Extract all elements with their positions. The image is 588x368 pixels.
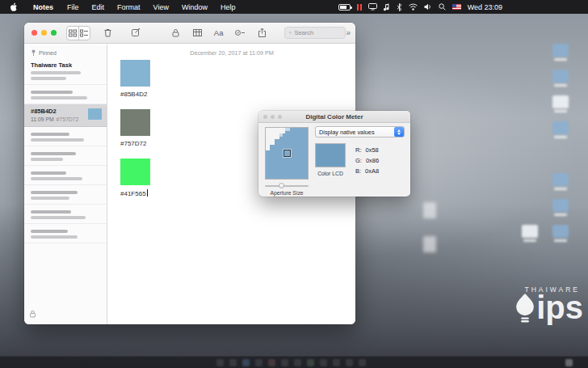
color-swatch-label: #85B4D2 (120, 91, 355, 98)
redacted-note-title (31, 133, 69, 136)
redacted-note-preview (31, 138, 84, 142)
menubar-clock[interactable]: Wed 23:09 (468, 3, 502, 11)
minimize-button[interactable] (41, 30, 47, 36)
gallery-view-button[interactable] (67, 27, 78, 40)
color-swatch-green (120, 159, 150, 185)
redacted-note-preview (31, 177, 82, 180)
text-cursor (147, 189, 148, 197)
menu-edit[interactable]: Edit (86, 3, 111, 11)
desktop-file-icon[interactable] (552, 95, 569, 108)
note-date: December 20, 2017 at 11:09 PM (108, 49, 355, 57)
input-language-flag-icon[interactable] (452, 4, 461, 10)
slider-knob[interactable] (279, 183, 284, 188)
volume-icon[interactable] (424, 3, 432, 11)
format-button[interactable]: Aa (208, 26, 229, 40)
channel-g-value: 0x86 (366, 157, 379, 164)
delete-note-button[interactable] (97, 26, 119, 40)
music-icon[interactable] (384, 3, 390, 11)
pinned-section-header: Pinned (24, 44, 107, 58)
dock-app-icon[interactable] (333, 359, 340, 366)
desktop-file-icon[interactable] (552, 44, 569, 57)
dock-app-icon[interactable] (268, 359, 275, 366)
menu-view[interactable]: View (147, 3, 175, 11)
desktop-document-icon[interactable] (423, 202, 436, 218)
channel-r-label: R: (355, 146, 362, 154)
lock-note-button[interactable] (165, 26, 187, 40)
desktop-file-icon[interactable] (552, 121, 569, 134)
new-note-button[interactable] (125, 26, 147, 40)
dock (0, 356, 588, 368)
redacted-note-preview (31, 77, 66, 80)
search-input[interactable] (294, 29, 341, 36)
dock-app-icon[interactable] (320, 359, 327, 366)
share-button[interactable] (251, 26, 273, 40)
wifi-icon[interactable] (409, 3, 418, 11)
dock-app-icon[interactable] (255, 359, 262, 366)
dock-app-icon[interactable] (229, 359, 237, 366)
note-thumbnail (88, 108, 102, 120)
desktop-file-icon[interactable] (552, 70, 569, 82)
rgb-values: R:0x58 G:0x86 B:0xA8 (355, 145, 379, 176)
menu-notes[interactable]: Notes (26, 3, 61, 11)
list-view-button[interactable] (78, 27, 90, 40)
spotlight-search-icon[interactable] (439, 3, 446, 11)
note-title: Thaiware Task (31, 61, 100, 69)
menu-help[interactable]: Help (214, 3, 242, 11)
desktop-file-icon[interactable] (522, 225, 538, 238)
table-button[interactable] (187, 26, 208, 40)
menu-file[interactable]: File (61, 3, 86, 11)
note-list-item[interactable] (24, 205, 107, 224)
note-list-item-selected[interactable]: #85B4D2 11:09 PM#757D72 (24, 104, 107, 127)
desktop-file-icon[interactable] (552, 173, 569, 186)
aperture-size-label: Aperture Size (258, 190, 315, 196)
dock-app-icon[interactable] (346, 359, 353, 366)
redacted-note-title (31, 152, 76, 155)
dock-app-icon[interactable] (307, 359, 314, 366)
bluetooth-icon[interactable] (397, 3, 402, 11)
redacted-note-preview (31, 158, 63, 161)
note-list-item[interactable] (24, 85, 107, 104)
checklist-button[interactable] (229, 26, 251, 40)
menu-window[interactable]: Window (175, 3, 214, 11)
dcm-titlebar[interactable]: Digital Color Meter (258, 111, 410, 123)
aperture-size-slider[interactable] (265, 184, 309, 188)
note-list-item[interactable] (24, 127, 107, 146)
menu-format[interactable]: Format (111, 3, 147, 11)
channel-b-label: B: (355, 167, 361, 175)
apple-menu-icon[interactable] (10, 2, 18, 12)
redacted-note-title (31, 171, 66, 175)
dock-trash-icon[interactable] (565, 359, 573, 366)
notes-sidebar: Pinned Thaiware Task #85B4D2 11:09 PM#75… (24, 44, 107, 324)
pin-icon (31, 49, 36, 56)
dropdown-selected-value: Display native values (319, 129, 375, 136)
zoom-button[interactable] (51, 30, 57, 36)
recording-pause-icon[interactable] (357, 4, 362, 11)
close-button[interactable] (32, 30, 37, 36)
redacted-note-title (31, 210, 71, 214)
dock-app-icon[interactable] (281, 359, 288, 366)
dock-app-icon[interactable] (294, 359, 301, 366)
desktop-file-icon[interactable] (552, 225, 569, 238)
toolbar-overflow-chevron[interactable]: » (346, 28, 351, 37)
notes-toolbar: Aa » (24, 23, 355, 44)
note-list-item[interactable] (24, 166, 107, 185)
desktop-file-icon[interactable] (552, 199, 569, 212)
note-list-item[interactable]: Thaiware Task (24, 58, 107, 85)
display-mode-dropdown[interactable]: Display native values (315, 126, 405, 137)
dock-app-icon[interactable] (359, 359, 366, 366)
lightbulb-icon (515, 294, 535, 323)
window-controls (32, 30, 57, 36)
channel-b-value: 0xA8 (365, 167, 379, 175)
note-list-item[interactable] (24, 185, 107, 205)
sampled-color-preview (315, 143, 346, 167)
battery-icon[interactable] (338, 4, 351, 11)
desktop-document-icon[interactable] (423, 236, 436, 252)
display-name-label: Color LCD (309, 171, 352, 176)
search-field[interactable] (284, 27, 346, 39)
search-icon (289, 29, 292, 36)
note-list-item[interactable] (24, 146, 107, 166)
note-list-item[interactable] (24, 224, 107, 243)
display-icon[interactable] (368, 3, 377, 11)
dock-app-icon[interactable] (242, 359, 250, 366)
dock-app-icon[interactable] (216, 359, 224, 366)
